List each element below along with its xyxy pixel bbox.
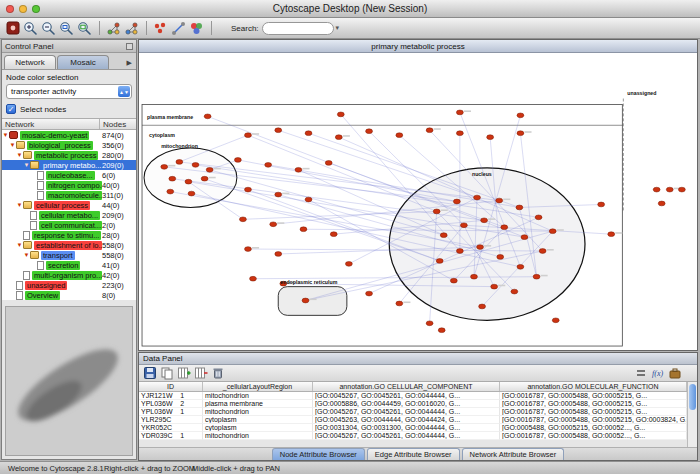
table-cell[interactable]: YPL036W__1 — [139, 408, 203, 416]
table-cell[interactable]: [GO:0045263, GO:0044444, GO:0044424, G..… — [313, 416, 500, 424]
table-cell[interactable]: YLR295C — [139, 416, 203, 424]
table-row[interactable]: YLR295Ccytoplasm[GO:0045263, GO:0044444,… — [139, 416, 687, 424]
tree-expand-arrow-icon[interactable]: ▼ — [16, 242, 23, 248]
tree-row[interactable]: ▼transport558(0) — [2, 250, 136, 260]
doc-icon — [30, 221, 37, 230]
table-cell[interactable]: [GO:0005488, GO:0005215, GO:00052..., G.… — [500, 424, 687, 432]
scrollbar-thumb[interactable] — [689, 384, 696, 410]
table-cell[interactable]: [GO:0016787, GO:0005488, GO:0005215, G..… — [500, 400, 687, 408]
copy-table-icon[interactable] — [159, 366, 175, 381]
tree-row[interactable]: ▼establishment of lo...558(0) — [2, 240, 136, 250]
tab-network[interactable]: Network — [4, 55, 56, 69]
tab-network-attribute-browser[interactable]: Network Attribute Browser — [462, 448, 565, 460]
tree-header-network[interactable]: Network — [2, 119, 100, 129]
table-cell[interactable]: [GO:0031304, GO:0031300, GO:0044444, G..… — [313, 424, 500, 432]
import-table-icon[interactable] — [667, 366, 683, 381]
doc-icon — [23, 271, 30, 280]
tree-expand-arrow-icon[interactable]: ▼ — [23, 162, 30, 168]
table-row[interactable]: YJR121W__1mitochondrion[GO:0045267, GO:0… — [139, 392, 687, 400]
network-graph[interactable]: plasma membranecytoplasmmitochondrionnuc… — [139, 53, 697, 350]
add-column-icon[interactable] — [176, 366, 192, 381]
panel-expand-arrow-icon[interactable]: ▶ — [127, 59, 134, 69]
tree-row[interactable]: cellular metabo...209(0) — [2, 210, 136, 220]
tree-node-label: mosaic-demo-yeast — [20, 131, 89, 140]
delete-column-icon[interactable] — [193, 366, 209, 381]
float-panel-icon[interactable] — [126, 43, 133, 50]
table-row[interactable]: YKR052Ccytoplasm[GO:0031304, GO:0031300,… — [139, 424, 687, 432]
table-cell[interactable]: YJR121W__1 — [139, 392, 203, 400]
table-cell[interactable]: [GO:0005886, GO:0044459, GO:0016020, G..… — [313, 400, 500, 408]
tree-row[interactable]: ▼mosaic-demo-yeast874(0) — [2, 130, 136, 140]
table-scrollbar[interactable] — [687, 382, 697, 447]
tree-row[interactable]: ▼primary metabo...209(0) — [2, 160, 136, 170]
table-cell[interactable]: [GO:0045267, GO:0045261, GO:0044444, G..… — [313, 408, 500, 416]
table-cell[interactable]: YPL036W__2 — [139, 400, 203, 408]
table-cell[interactable]: [GO:0016787, GO:0005488, GO:00052..., G.… — [500, 432, 687, 440]
tree-expand-arrow-icon[interactable]: ▼ — [9, 142, 16, 148]
edge-selection-icon[interactable] — [170, 20, 187, 37]
tree-row[interactable]: unassigned223(0) — [2, 280, 136, 290]
close-button[interactable] — [6, 5, 14, 13]
table-cell[interactable]: mitochondrion — [203, 392, 313, 400]
table-cell[interactable]: mitochondrion — [203, 432, 313, 440]
table-cell[interactable]: [GO:0016787, GO:0005488, GO:0005215, G..… — [500, 408, 687, 416]
zoom-in-icon[interactable] — [22, 20, 39, 37]
tab-edge-attribute-browser[interactable]: Edge Attribute Browser — [367, 448, 460, 460]
function-icon[interactable]: f(x) — [650, 366, 666, 381]
network-canvas[interactable]: plasma membranecytoplasmmitochondrionnuc… — [139, 53, 697, 350]
column-header[interactable]: annotation.GO CELLULAR_COMPONENT — [313, 382, 500, 391]
table-cell[interactable]: mitochondrion — [203, 408, 313, 416]
search-options-arrow-icon[interactable]: ▾ — [336, 24, 340, 32]
vizmapper-icon[interactable] — [188, 20, 205, 37]
tree-row[interactable]: ▼cellular process44(0) — [2, 200, 136, 210]
minimize-button[interactable] — [19, 5, 27, 13]
table-cell[interactable]: [GO:0045267, GO:0045261, GO:0044444, G..… — [313, 392, 500, 400]
table-row[interactable]: YPL036W__2plasma membrane[GO:0005886, GO… — [139, 400, 687, 408]
tree-expand-arrow-icon[interactable]: ▼ — [16, 202, 23, 208]
table-cell[interactable]: [GO:0045267, GO:0045261, GO:0044444, G..… — [313, 432, 500, 440]
tree-expand-arrow-icon[interactable]: ▼ — [16, 152, 23, 158]
table-cell[interactable]: YDR039C__1 — [139, 432, 203, 440]
tab-mosaic[interactable]: Mosaic — [57, 55, 109, 69]
column-header[interactable]: annotation.GO MOLECULAR_FUNCTION — [500, 382, 687, 391]
table-cell[interactable]: YKR052C — [139, 424, 203, 432]
session-icon[interactable] — [4, 20, 21, 37]
network-new-icon[interactable] — [123, 20, 140, 37]
table-cell[interactable]: cytoplasm — [203, 424, 313, 432]
table-cell[interactable]: cytoplasm — [203, 416, 313, 424]
select-nodes-checkbox[interactable]: ✓ — [6, 104, 16, 114]
tree-row[interactable]: nitrogen compo...40(0) — [2, 180, 136, 190]
network-overview-icon[interactable] — [105, 20, 122, 37]
match-icon[interactable] — [633, 366, 649, 381]
tree-row[interactable]: response to stimu...28(0) — [2, 230, 136, 240]
zoom-region-icon[interactable] — [58, 20, 75, 37]
tree-row[interactable]: cell communicat...2(0) — [2, 220, 136, 230]
column-header[interactable]: _cellularLayoutRegion — [203, 382, 313, 391]
delete-rows-icon[interactable] — [210, 366, 226, 381]
table-cell[interactable]: [GO:0016787, GO:0005488, GO:0005215, GO:… — [500, 416, 687, 424]
tab-node-attribute-browser[interactable]: Node Attribute Browser — [272, 448, 365, 460]
table-cell[interactable]: [GO:0016787, GO:0005488, GO:0005215, G..… — [500, 392, 687, 400]
tree-expand-arrow-icon[interactable]: ▼ — [2, 132, 9, 138]
tree-row[interactable]: secretion41(0) — [2, 260, 136, 270]
table-row[interactable]: YPL036W__1mitochondrion[GO:0045267, GO:0… — [139, 408, 687, 416]
save-table-icon[interactable] — [142, 366, 158, 381]
tree-row[interactable]: ▼biological_process356(0) — [2, 140, 136, 150]
search-input[interactable] — [262, 22, 334, 35]
tree-row[interactable]: nucleobase...6(0) — [2, 170, 136, 180]
network-view-title[interactable]: primary metabolic process — [139, 40, 697, 53]
tree-expand-arrow-icon[interactable]: ▼ — [23, 252, 30, 258]
tree-row[interactable]: macromolecule...311(0) — [2, 190, 136, 200]
tree-row[interactable]: Overview8(0) — [2, 290, 136, 300]
table-row[interactable]: YDR039C__1mitochondrion[GO:0045267, GO:0… — [139, 432, 687, 440]
tree-row[interactable]: ▼metabolic process280(0) — [2, 150, 136, 160]
column-header[interactable]: ID — [139, 382, 203, 391]
tree-header-nodes[interactable]: Nodes — [100, 120, 136, 129]
tree-row[interactable]: multi-organism pro...42(0) — [2, 270, 136, 280]
zoom-fit-icon[interactable] — [76, 20, 93, 37]
table-cell[interactable]: plasma membrane — [203, 400, 313, 408]
zoom-out-icon[interactable] — [40, 20, 57, 37]
maximize-button[interactable] — [32, 5, 40, 13]
node-color-dropdown[interactable]: transporter activity ▲▼ — [6, 84, 132, 99]
node-selection-icon[interactable] — [152, 20, 169, 37]
